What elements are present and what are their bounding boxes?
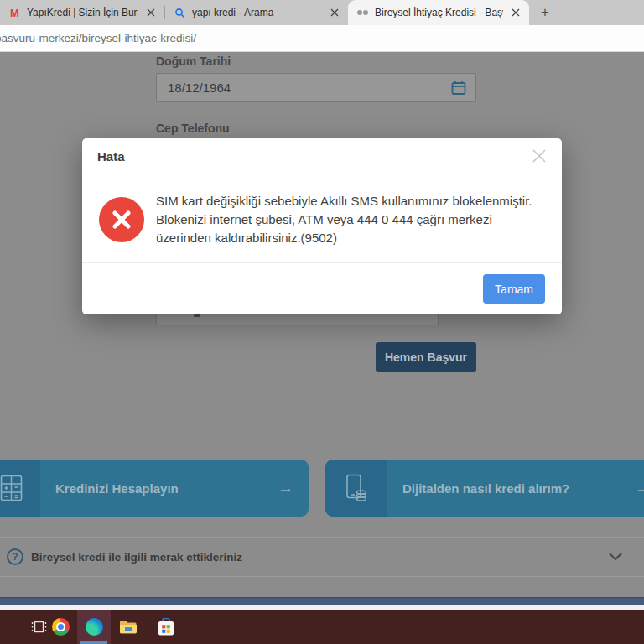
- ok-button[interactable]: Tamam: [483, 274, 545, 304]
- url-text: basvuru-merkezi/bireysel-ihtiyac-kredisi…: [0, 25, 644, 51]
- error-message: SIM kart değişikliği sebebiyle Akıllı SM…: [156, 192, 545, 247]
- site-footer-strip: [0, 597, 644, 605]
- modal-header: Hata: [82, 138, 562, 174]
- faq-accordion[interactable]: ? Bireysel kredi ile ilgili merak ettikl…: [0, 537, 644, 577]
- dob-value: 18/12/1964: [157, 74, 475, 101]
- browser-tab-bar: M YapıKredi | Sizin İçin Buradayız - K y…: [0, 0, 644, 25]
- calendar-icon[interactable]: [451, 80, 466, 99]
- faq-label: Bireysel kredi ile ilgili merak ettikler…: [31, 551, 242, 564]
- error-modal: Hata SIM kart değişikliği sebebiyle Akıl…: [82, 138, 562, 314]
- calculator-icon: [0, 460, 40, 517]
- digital-credit-card[interactable]: Dijitalden nasıl kredi alırım? →: [325, 460, 644, 517]
- address-bar[interactable]: basvuru-merkezi/bireysel-ihtiyac-kredisi…: [0, 25, 644, 52]
- apply-now-button[interactable]: Hemen Başvur: [376, 342, 476, 372]
- card-label: Kredinizi Hesaplayın: [40, 481, 278, 496]
- phone-label: Cep Telefonu: [156, 122, 230, 135]
- site-icon: [356, 7, 369, 19]
- phone-credit-icon: [325, 460, 387, 517]
- task-view-icon[interactable]: [27, 610, 50, 644]
- tab-search[interactable]: yapı kredi - Arama: [165, 0, 348, 25]
- dob-label: Doğum Tarihi: [156, 55, 231, 68]
- tab-title: Bireysel İhtiyaç Kredisi - Başvuru: [375, 7, 503, 18]
- input-caret-mark: [194, 314, 200, 317]
- modal-title: Hata: [97, 149, 530, 164]
- error-x-icon: [99, 197, 144, 242]
- arrow-right-icon: →: [635, 479, 644, 497]
- modal-footer: Tamam: [82, 262, 562, 314]
- page-content-dimmed: Doğum Tarihi 18/12/1964 Cep Telefonu Hem…: [0, 52, 644, 597]
- card-label: Dijitalden nasıl kredi alırım?: [387, 481, 635, 496]
- tab-yapikredi[interactable]: M YapıKredi | Sizin İçin Buradayız - K: [0, 0, 164, 25]
- screen: M YapıKredi | Sizin İçin Buradayız - K y…: [0, 0, 644, 644]
- search-icon: [174, 7, 186, 19]
- dob-input[interactable]: 18/12/1964: [156, 73, 476, 102]
- modal-body: SIM kart değişikliği sebebiyle Akıllı SM…: [82, 174, 562, 262]
- tab-bireysel-ihtiyac-kredisi[interactable]: Bireysel İhtiyaç Kredisi - Başvuru: [348, 0, 529, 25]
- edge-icon[interactable]: [77, 610, 111, 644]
- tab-title: yapı kredi - Arama: [192, 7, 322, 18]
- credit-calculator-card[interactable]: Kredinizi Hesaplayın →: [0, 460, 309, 517]
- gmail-icon: M: [8, 7, 21, 19]
- windows-taskbar: [0, 610, 644, 644]
- modal-close-icon[interactable]: [530, 147, 548, 165]
- close-icon[interactable]: [328, 6, 341, 19]
- close-icon[interactable]: [144, 6, 158, 19]
- microsoft-store-icon[interactable]: [153, 610, 179, 644]
- arrow-right-icon: →: [278, 479, 293, 497]
- question-icon: ?: [7, 548, 23, 565]
- chevron-down-icon[interactable]: [609, 553, 622, 561]
- new-tab-button[interactable]: +: [532, 0, 558, 25]
- close-icon[interactable]: [509, 6, 522, 19]
- tab-title: YapıKredi | Sizin İçin Buradayız - K: [27, 7, 138, 18]
- file-explorer-icon[interactable]: [115, 610, 142, 644]
- chrome-icon[interactable]: [49, 610, 72, 644]
